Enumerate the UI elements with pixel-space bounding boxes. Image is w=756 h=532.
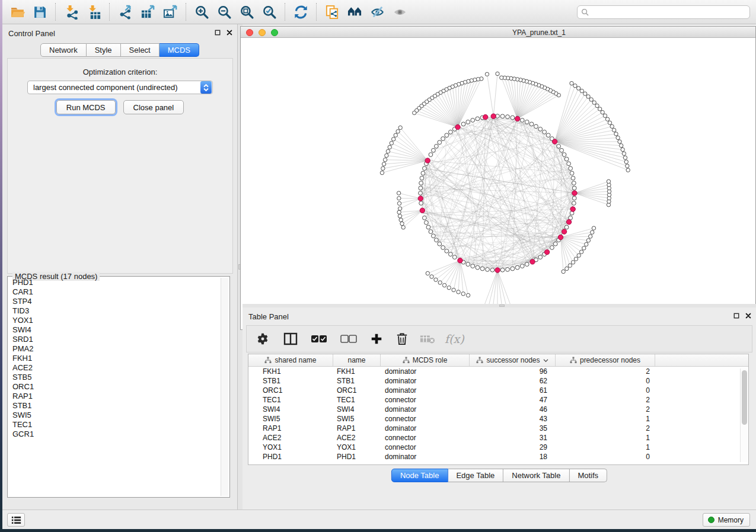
table-row[interactable]: SWI5SWI5connector431 [248, 414, 748, 424]
function-builder-button[interactable]: f(x) [445, 332, 464, 345]
leaf-node[interactable] [623, 156, 627, 159]
mcds-result-item[interactable]: ACE2 [9, 363, 220, 373]
leaf-node[interactable] [413, 111, 416, 114]
mcds-node[interactable] [570, 207, 575, 211]
leaf-node[interactable] [624, 160, 628, 164]
tab-select[interactable]: Select [121, 43, 160, 57]
network-node[interactable] [432, 234, 436, 238]
window-maximize-button[interactable] [271, 29, 278, 36]
leaf-node[interactable] [383, 158, 387, 162]
leaf-node[interactable] [447, 286, 451, 289]
leaf-node[interactable] [397, 210, 401, 214]
mcds-node[interactable] [455, 124, 460, 129]
network-node[interactable] [421, 171, 425, 175]
export-image-button[interactable] [159, 2, 181, 21]
leaf-node[interactable] [577, 254, 580, 257]
table-row[interactable]: FKH1FKH1dominator962 [248, 367, 748, 376]
leaf-node[interactable] [598, 107, 601, 111]
network-node[interactable] [515, 265, 519, 270]
table-row[interactable]: ACE2ACE2connector311 [248, 433, 748, 443]
leaf-node[interactable] [626, 168, 630, 172]
import-network-button[interactable] [60, 2, 82, 21]
leaf-node[interactable] [400, 222, 404, 225]
new-network-from-selection-button[interactable] [321, 2, 343, 21]
mcds-result-item[interactable]: PMA2 [9, 344, 220, 354]
leaf-node[interactable] [401, 226, 405, 229]
network-node[interactable] [525, 120, 529, 124]
mcds-node[interactable] [458, 258, 462, 263]
close-panel-button[interactable] [745, 313, 751, 319]
leaf-node[interactable] [438, 281, 442, 284]
table-scrollbar[interactable] [740, 368, 748, 462]
leaf-node[interactable] [614, 132, 618, 136]
leaf-node[interactable] [397, 197, 401, 200]
leaf-node[interactable] [603, 114, 607, 117]
mcds-result-item[interactable]: PHD1 [9, 278, 220, 287]
mcds-result-item[interactable]: GCR1 [9, 430, 220, 439]
network-node[interactable] [511, 116, 515, 120]
mcds-node[interactable] [566, 219, 571, 224]
leaf-node[interactable] [396, 130, 400, 133]
export-table-button[interactable] [136, 2, 159, 21]
leaf-node[interactable] [386, 149, 390, 153]
memory-button[interactable]: Memory [703, 513, 750, 527]
leaf-node[interactable] [434, 278, 438, 281]
mcds-result-scrollbar[interactable] [221, 278, 228, 496]
tab-network[interactable]: Network [40, 43, 87, 57]
network-node[interactable] [569, 166, 573, 171]
refresh-button[interactable] [289, 2, 312, 21]
network-node[interactable] [422, 216, 426, 220]
leaf-node[interactable] [399, 218, 403, 222]
float-panel-button[interactable] [215, 30, 221, 36]
leaf-node[interactable] [388, 145, 391, 149]
leaf-node[interactable] [394, 133, 397, 137]
network-graph[interactable] [241, 38, 755, 329]
leaf-node[interactable] [589, 98, 593, 101]
leaf-node[interactable] [397, 191, 400, 195]
add-column-button[interactable] [370, 332, 383, 345]
leaf-node[interactable] [573, 84, 577, 88]
window-close-button[interactable] [246, 29, 253, 36]
leaf-node[interactable] [574, 257, 578, 261]
network-window-titlebar[interactable]: YPA_prune.txt_1 [241, 27, 755, 38]
network-node[interactable] [445, 133, 449, 137]
leaf-node[interactable] [398, 214, 401, 218]
leaf-node[interactable] [457, 290, 460, 294]
leaf-node[interactable] [398, 126, 402, 129]
network-node[interactable] [480, 267, 484, 271]
leaf-node[interactable] [592, 226, 595, 230]
leaf-node[interactable] [586, 95, 590, 98]
zoom-fit-button[interactable] [235, 2, 258, 21]
network-node[interactable] [562, 153, 566, 157]
mcds-result-item[interactable]: YOX1 [9, 316, 220, 325]
mcds-result-item[interactable]: RAP1 [9, 392, 220, 401]
leaf-node[interactable] [380, 171, 384, 174]
network-node[interactable] [419, 186, 423, 190]
network-node[interactable] [500, 114, 505, 118]
close-panel-button[interactable] [227, 30, 232, 36]
mcds-node[interactable] [558, 235, 563, 239]
mcds-result-item[interactable]: STP4 [9, 297, 220, 306]
mcds-node[interactable] [530, 259, 535, 264]
network-node[interactable] [506, 115, 510, 119]
network-node[interactable] [570, 171, 574, 175]
leaf-node[interactable] [571, 261, 575, 264]
network-node[interactable] [466, 262, 470, 267]
network-node[interactable] [557, 144, 561, 148]
table-row[interactable]: YOX1YOX1connector291 [248, 443, 748, 452]
network-node[interactable] [434, 238, 438, 242]
network-node[interactable] [538, 127, 543, 132]
leaf-node[interactable] [616, 136, 620, 139]
network-node[interactable] [511, 267, 515, 271]
network-node[interactable] [564, 157, 569, 161]
leaf-node[interactable] [442, 283, 446, 287]
leaf-node[interactable] [582, 246, 586, 250]
leaf-node[interactable] [452, 288, 455, 291]
leaf-node[interactable] [585, 242, 588, 246]
network-node[interactable] [432, 148, 436, 152]
float-panel-button[interactable] [733, 313, 739, 319]
network-node[interactable] [429, 153, 433, 157]
column-header-MCDS-role[interactable]: MCDS role [381, 354, 470, 366]
network-node[interactable] [438, 242, 442, 246]
network-node[interactable] [490, 268, 495, 272]
